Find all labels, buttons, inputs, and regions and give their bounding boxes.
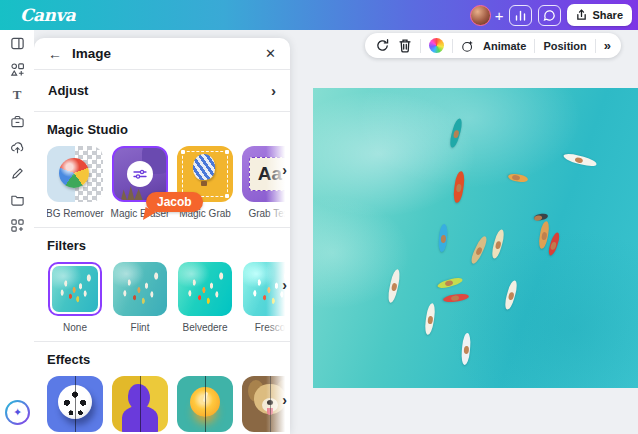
position-button[interactable]: Position	[543, 40, 586, 52]
pen-icon	[10, 166, 25, 181]
panel-title: Image	[72, 46, 111, 61]
surfboard	[533, 213, 548, 221]
filters-strip: None Flint Belvedere Fresco	[47, 262, 290, 333]
surfboard	[387, 269, 402, 304]
sidebar-item-text[interactable]: T	[0, 82, 34, 108]
rotate-icon[interactable]	[375, 38, 390, 53]
sidebar-item-brand[interactable]	[0, 108, 34, 134]
tool-bg-remover[interactable]: BG Remover	[47, 146, 103, 219]
effects-section: Effects Shadow Dutone Blur	[34, 342, 290, 434]
animate-button[interactable]: Animate	[483, 40, 526, 52]
dutone-effect-thumbnail[interactable]	[112, 376, 168, 432]
add-member-icon[interactable]: +	[495, 8, 504, 23]
sidebar-item-draw[interactable]	[0, 160, 34, 186]
filter-belvedere-thumbnail[interactable]	[178, 262, 232, 316]
filter-none[interactable]: None	[47, 262, 103, 333]
surfboard	[453, 171, 466, 204]
sidebar-rail: T ✦	[0, 30, 34, 434]
canva-assistant-button[interactable]: ✦	[5, 400, 30, 425]
comments-button[interactable]	[538, 5, 561, 26]
surfboard	[562, 152, 597, 169]
filter-label: None	[63, 322, 87, 333]
surfboard	[537, 221, 550, 250]
design-icon	[10, 36, 25, 51]
adjust-label: Adjust	[48, 83, 88, 98]
surfboard	[460, 333, 471, 366]
toolbar-separator	[595, 39, 596, 53]
more-options-icon[interactable]: »	[604, 38, 611, 53]
filter-label: Flint	[131, 322, 150, 333]
magic-studio-section: Magic Studio Jacob BG Remover	[34, 112, 290, 227]
strip-scroll-right[interactable]: ›	[266, 228, 290, 341]
toolbar-separator	[534, 39, 535, 53]
close-icon[interactable]: ✕	[265, 46, 276, 61]
sidebar-item-projects[interactable]	[0, 186, 34, 212]
adjust-row[interactable]: Adjust ›	[34, 70, 290, 111]
trash-icon[interactable]	[398, 38, 412, 53]
toolbar-separator	[420, 39, 421, 53]
surfboard	[546, 232, 560, 257]
silhouette-head-art	[128, 384, 150, 410]
elements-icon	[10, 62, 25, 77]
share-label: Share	[592, 9, 623, 21]
sidebar-item-uploads[interactable]	[0, 134, 34, 160]
chat-bubble-icon	[543, 9, 556, 22]
effect-dutone[interactable]: Dutone	[112, 376, 168, 434]
sidebar-item-elements[interactable]	[0, 56, 34, 82]
surfboard	[469, 235, 489, 266]
surfboard	[436, 276, 463, 289]
panel-header: ← Image ✕	[34, 38, 290, 69]
bar-chart-icon	[514, 9, 527, 22]
chevron-right-icon: ›	[271, 82, 276, 99]
share-icon	[576, 9, 587, 21]
balloon-basket-art	[201, 181, 207, 186]
effects-strip: Shadow Dutone Blur	[47, 376, 290, 434]
tool-label: BG Remover	[47, 208, 104, 219]
filter-flint-thumbnail[interactable]	[113, 262, 167, 316]
silhouette-art	[122, 406, 158, 432]
color-picker-icon[interactable]	[429, 38, 444, 53]
top-bar: Canva + Share	[0, 0, 638, 30]
collaborator-cursor-tag: Jacob	[146, 192, 203, 212]
image-panel: ← Image ✕ Adjust › Magic Studio Jacob BG…	[34, 38, 290, 434]
canva-logo[interactable]: Canva	[20, 5, 75, 25]
surfboard	[504, 279, 519, 310]
surfboard	[438, 224, 448, 253]
blur-effect-thumbnail[interactable]	[177, 376, 233, 432]
filter-none-thumbnail[interactable]	[48, 262, 102, 316]
sidebar-item-design[interactable]	[0, 30, 34, 56]
balloon-art	[193, 154, 215, 180]
bg-remover-thumbnail[interactable]	[47, 146, 103, 202]
surfboard	[443, 293, 470, 304]
back-arrow-icon[interactable]: ←	[48, 46, 62, 62]
apps-grid-icon	[10, 218, 25, 233]
avatar[interactable]	[470, 5, 491, 26]
sidebar-item-apps[interactable]	[0, 212, 34, 238]
orange-art	[190, 387, 220, 417]
soccer-ball-art	[58, 385, 92, 419]
chevron-right-icon: ›	[282, 162, 287, 178]
magic-studio-title: Magic Studio	[47, 122, 290, 137]
filter-belvedere[interactable]: Belvedere	[177, 262, 233, 333]
topbar-actions: + Share	[470, 4, 638, 26]
filter-flint[interactable]: Flint	[112, 262, 168, 333]
canvas-image[interactable]	[313, 88, 638, 388]
toolbar-separator	[452, 39, 453, 53]
filters-section: Filters None Flint Belvedere Fresco ›	[34, 228, 290, 341]
folder-icon	[10, 192, 25, 207]
strip-scroll-right[interactable]: ›	[266, 112, 290, 227]
effect-shadow[interactable]: Shadow	[47, 376, 103, 434]
filters-title: Filters	[47, 238, 290, 253]
insights-button[interactable]	[509, 5, 532, 26]
context-toolbar: Animate Position »	[365, 33, 621, 58]
cloud-upload-icon	[10, 140, 25, 155]
strip-scroll-right[interactable]: ›	[266, 342, 290, 434]
sliders-icon	[127, 161, 153, 187]
art-weed	[120, 186, 144, 202]
filter-label: Belvedere	[182, 322, 227, 333]
surfboard	[424, 303, 436, 336]
effect-blur[interactable]: Blur	[177, 376, 233, 434]
surfboard	[491, 228, 506, 259]
share-button[interactable]: Share	[567, 4, 632, 26]
shadow-effect-thumbnail[interactable]	[47, 376, 103, 432]
